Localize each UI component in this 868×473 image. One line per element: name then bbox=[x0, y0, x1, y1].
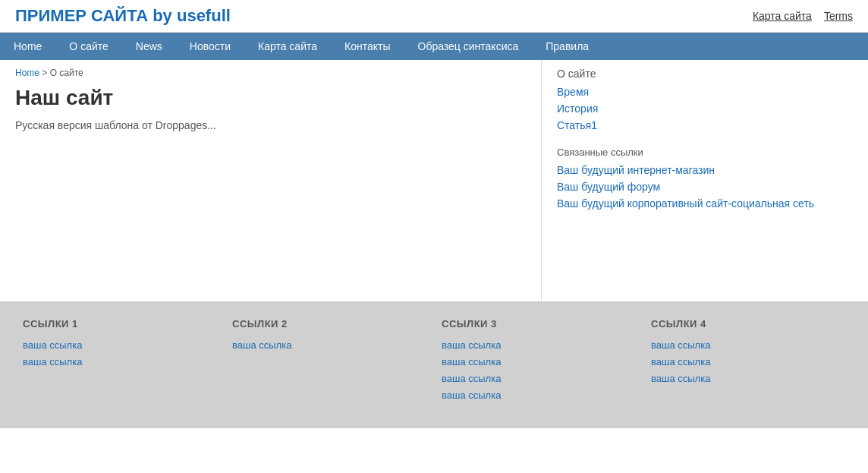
breadcrumb-separator: > bbox=[42, 68, 49, 78]
sidebar-nav-item-2[interactable]: Статья1 bbox=[557, 119, 597, 131]
main-nav: Home О сайте News Новости Карта сайта Ко… bbox=[0, 33, 868, 60]
footer-col-0: Ссылки 1 ваша ссылка ваша ссылка bbox=[15, 318, 225, 405]
footer-col-1-links: ваша ссылка bbox=[232, 339, 426, 351]
nav-news[interactable]: News bbox=[122, 33, 176, 60]
nav-rules[interactable]: Правила bbox=[532, 33, 602, 60]
footer-col-3-title: Ссылки 4 bbox=[651, 318, 845, 330]
related-links-list: Ваш будущий интернет-магазин Ваш будущий… bbox=[557, 164, 853, 210]
page-description: Русская версия шаблона от Droppages... bbox=[15, 119, 526, 131]
footer-col-3-links: ваша ссылка ваша ссылка ваша ссылка bbox=[651, 339, 845, 384]
footer-col-0-link-1[interactable]: ваша ссылка bbox=[23, 356, 82, 367]
header-links: Карта сайта Terms bbox=[753, 10, 853, 22]
footer-col-1-title: Ссылки 2 bbox=[232, 318, 426, 330]
footer-col-2-link-0[interactable]: ваша ссылка bbox=[442, 339, 501, 351]
footer-col-2-link-1[interactable]: ваша ссылка bbox=[442, 356, 501, 367]
footer-col-3-link-1[interactable]: ваша ссылка bbox=[651, 356, 710, 367]
site-title[interactable]: ПРИМЕР САЙТА by usefull bbox=[15, 6, 231, 26]
footer-col-2-link-2[interactable]: ваша ссылка bbox=[442, 373, 501, 384]
footer-col-1-link-0[interactable]: ваша ссылка bbox=[232, 339, 291, 351]
sidebar-section-title: О сайте bbox=[557, 68, 853, 80]
related-link-0[interactable]: Ваш будущий интернет-магазин bbox=[557, 164, 715, 176]
page-title: Наш сайт bbox=[15, 86, 526, 110]
sidebar-nav-list: Время История Статья1 bbox=[557, 86, 853, 131]
footer-col-0-link-0[interactable]: ваша ссылка bbox=[23, 339, 82, 351]
footer-col-0-title: Ссылки 1 bbox=[23, 318, 217, 330]
footer-col-2-link-3[interactable]: ваша ссылка bbox=[442, 389, 501, 401]
footer: Ссылки 1 ваша ссылка ваша ссылка Ссылки … bbox=[0, 303, 868, 428]
footer-col-3: Ссылки 4 ваша ссылка ваша ссылка ваша сс… bbox=[643, 318, 853, 405]
footer-col-1: Ссылки 2 ваша ссылка bbox=[225, 318, 434, 405]
breadcrumb-home[interactable]: Home bbox=[15, 68, 39, 78]
nav-novosti[interactable]: Новости bbox=[176, 33, 244, 60]
footer-col-2-title: Ссылки 3 bbox=[442, 318, 636, 330]
nav-contacts[interactable]: Контакты bbox=[331, 33, 404, 60]
nav-about[interactable]: О сайте bbox=[55, 33, 121, 60]
sidebar: О сайте Время История Статья1 Связанные … bbox=[542, 60, 868, 301]
breadcrumb: Home > О сайте bbox=[15, 68, 526, 78]
related-link-2[interactable]: Ваш будущий корпоративный сайт-социальна… bbox=[557, 197, 814, 210]
nav-home[interactable]: Home bbox=[0, 33, 55, 60]
related-link-1[interactable]: Ваш будущий форум bbox=[557, 181, 660, 193]
content-wrapper: Home > О сайте Наш сайт Русская версия ш… bbox=[0, 60, 868, 303]
sidebar-nav-item-1[interactable]: История bbox=[557, 102, 598, 115]
sidebar-nav-item-0[interactable]: Время bbox=[557, 86, 589, 98]
footer-col-2-links: ваша ссылка ваша ссылка ваша ссылка ваша… bbox=[442, 339, 636, 401]
nav-syntax[interactable]: Образец синтаксиса bbox=[404, 33, 533, 60]
footer-col-3-link-2[interactable]: ваша ссылка bbox=[651, 373, 710, 384]
breadcrumb-current: О сайте bbox=[50, 68, 83, 78]
header: ПРИМЕР САЙТА by usefull Карта сайта Term… bbox=[0, 0, 868, 33]
terms-link[interactable]: Terms bbox=[824, 10, 853, 22]
footer-col-0-links: ваша ссылка ваша ссылка bbox=[23, 339, 217, 367]
footer-col-2: Ссылки 3 ваша ссылка ваша ссылка ваша сс… bbox=[434, 318, 643, 405]
footer-col-3-link-0[interactable]: ваша ссылка bbox=[651, 339, 710, 351]
nav-sitemap[interactable]: Карта сайта bbox=[244, 33, 331, 60]
main-content: Home > О сайте Наш сайт Русская версия ш… bbox=[0, 60, 542, 301]
related-links-title: Связанные ссылки bbox=[557, 147, 853, 158]
sitemap-link[interactable]: Карта сайта bbox=[753, 10, 812, 22]
